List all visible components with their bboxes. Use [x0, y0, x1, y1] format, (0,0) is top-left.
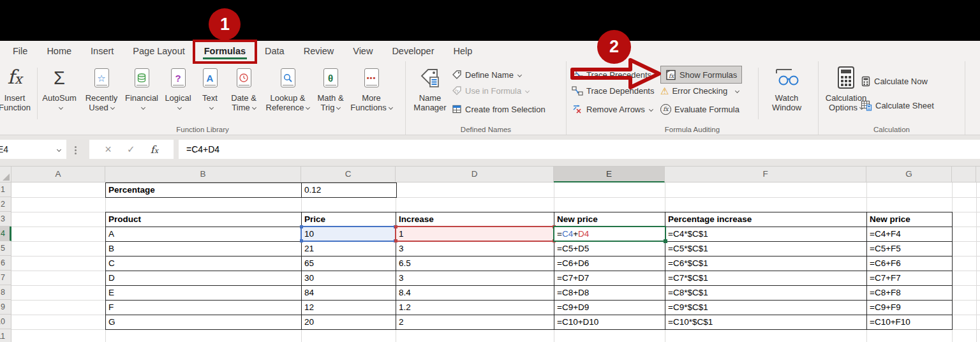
table-cell[interactable]: =C8+F8 [867, 286, 953, 301]
name-manager-button[interactable]: Name Manager [411, 64, 449, 112]
name-box-dropdown-icon[interactable] [57, 147, 61, 152]
table-cell[interactable]: F [106, 301, 302, 315]
fill-handle[interactable] [664, 239, 667, 243]
financial-button[interactable]: Financial [122, 64, 161, 112]
table-cell[interactable]: =C6*$C$1 [665, 256, 867, 271]
lookup-reference-button[interactable]: Lookup & Reference [263, 64, 313, 112]
more-functions-button[interactable]: ••• More Functions [348, 64, 394, 112]
table-cell[interactable]: =C8+D8 [554, 286, 665, 301]
row-header-7[interactable]: 7 [0, 271, 11, 285]
tab-review[interactable]: Review [294, 41, 344, 61]
table-cell[interactable]: 12 [302, 301, 396, 315]
tab-formulas[interactable]: Formulas 1 [195, 41, 255, 61]
table-header-cell[interactable]: New price [554, 212, 665, 227]
table-cell[interactable]: =C7*$C$1 [665, 271, 867, 286]
tab-page-layout[interactable]: Page Layout [123, 41, 194, 61]
use-in-formula-button[interactable]: fx Use in Formula [452, 84, 529, 98]
table-cell[interactable]: 84 [302, 286, 396, 301]
row-header-2[interactable]: 2 [0, 197, 11, 212]
column-header-g[interactable]: G [866, 167, 952, 182]
cell-c1[interactable]: 0.12 [302, 183, 396, 197]
row-header-10[interactable]: 10 [0, 315, 11, 329]
column-header-d[interactable]: D [396, 167, 554, 182]
table-cell[interactable]: =C8*$C$1 [665, 286, 867, 301]
table-cell[interactable]: =C5*$C$1 [665, 242, 867, 256]
define-name-button[interactable]: Define Name [452, 68, 521, 82]
row-header-8[interactable]: 8 [0, 285, 11, 300]
logical-button[interactable]: ? Logical [161, 64, 195, 112]
table-cell[interactable]: 20 [302, 315, 396, 330]
math-trig-button[interactable]: θ Math & Trig [313, 64, 348, 112]
date-time-button[interactable]: Date & Time [225, 64, 263, 112]
remove-arrows-button[interactable]: Remove Arrows [572, 102, 653, 116]
table-cell[interactable]: =C10+D10 [554, 315, 665, 330]
table-cell[interactable]: =C6+D6 [554, 256, 665, 271]
text-button[interactable]: A Text [195, 64, 225, 112]
column-header-b[interactable]: B [105, 167, 301, 182]
calculate-now-button[interactable]: Calculate Now [861, 74, 928, 88]
create-from-selection-button[interactable]: Create from Selection [452, 102, 546, 116]
row-header-5[interactable]: 5 [0, 241, 11, 256]
table-cell[interactable]: =C9*$C$1 [665, 301, 867, 315]
tab-data[interactable]: Data [255, 41, 294, 61]
table-header-cell[interactable]: Percentage increase [665, 212, 867, 227]
table-cell[interactable]: A [106, 227, 302, 242]
table-cell[interactable]: 2 [396, 315, 554, 330]
column-header-e[interactable]: E [554, 167, 665, 182]
active-cell-e4[interactable]: =C4+D4 [553, 226, 666, 242]
table-header-cell[interactable]: Price [302, 212, 396, 227]
table-cell[interactable]: 8.4 [396, 286, 554, 301]
name-box[interactable]: E4 [0, 140, 66, 159]
table-cell[interactable]: =C4+F4 [867, 227, 953, 242]
table-cell[interactable]: D [106, 271, 302, 286]
highlighted-cell-d4[interactable]: 1 [395, 226, 555, 242]
table-cell[interactable]: 1.2 [396, 301, 554, 315]
formula-bar-grip-icon[interactable] [75, 145, 77, 156]
select-all-corner[interactable] [0, 167, 11, 182]
formula-input[interactable]: =C4+D4 [179, 140, 980, 159]
row-header-4[interactable]: 4 [0, 227, 11, 241]
table-header-cell[interactable]: New price [867, 212, 953, 227]
row-header-11[interactable]: 11 [0, 329, 11, 342]
recently-used-button[interactable]: ☆ Recently Used [80, 64, 122, 112]
row-header-1[interactable]: 1 [0, 182, 11, 197]
table-cell[interactable]: =C9+D9 [554, 301, 665, 315]
table-cell[interactable]: =C10*$C$1 [665, 315, 867, 330]
trace-precedents-button[interactable]: Trace Precedents [572, 68, 651, 82]
column-header-f[interactable]: F [665, 167, 866, 182]
autosum-button[interactable]: Σ AutoSum [38, 64, 80, 112]
tab-insert[interactable]: Insert [81, 41, 123, 61]
row-header-9[interactable]: 9 [0, 300, 11, 315]
table-cell[interactable]: E [106, 286, 302, 301]
column-header-partial[interactable] [952, 167, 976, 182]
table-cell[interactable]: =C5+F5 [867, 242, 953, 256]
table-cell[interactable]: 6.5 [396, 256, 554, 271]
tab-home[interactable]: Home [37, 41, 81, 61]
table-cell[interactable]: =C7+D7 [554, 271, 665, 286]
table-cell[interactable]: =C9+F9 [867, 301, 953, 315]
cancel-icon[interactable]: × [105, 143, 112, 156]
watch-window-button[interactable]: Watch Window [762, 64, 812, 112]
tab-help[interactable]: Help [443, 41, 482, 61]
row-header-6[interactable]: 6 [0, 256, 11, 271]
table-cell[interactable]: G [106, 315, 302, 330]
table-cell[interactable]: 3 [396, 242, 554, 256]
column-header-c[interactable]: C [301, 167, 396, 182]
table-cell[interactable]: =C7+F7 [867, 271, 953, 286]
table-cell[interactable]: =C5+D5 [554, 242, 665, 256]
insert-function-fx-icon[interactable]: fx [151, 144, 158, 156]
table-cell[interactable]: 3 [396, 271, 554, 286]
error-checking-button[interactable]: ⚠ Error Checking [660, 84, 739, 98]
show-formulas-button[interactable]: fx Show Formulas [660, 66, 742, 84]
table-cell[interactable]: =C4*$C$1 [665, 227, 867, 242]
table-cell[interactable]: =C10+F10 [867, 315, 953, 330]
table-cell[interactable]: =C6+F6 [867, 256, 953, 271]
row-header-3[interactable]: 3 [0, 212, 11, 227]
evaluate-formula-button[interactable]: fx Evaluate Formula [660, 102, 739, 116]
insert-function-button[interactable]: fx Insert Function [0, 64, 38, 112]
column-header-a[interactable]: A [11, 167, 105, 182]
cell-b1[interactable]: Percentage [106, 183, 302, 197]
calculate-sheet-button[interactable]: Calculate Sheet [861, 98, 934, 112]
tab-view[interactable]: View [343, 41, 382, 61]
table-header-cell[interactable]: Product [106, 212, 302, 227]
